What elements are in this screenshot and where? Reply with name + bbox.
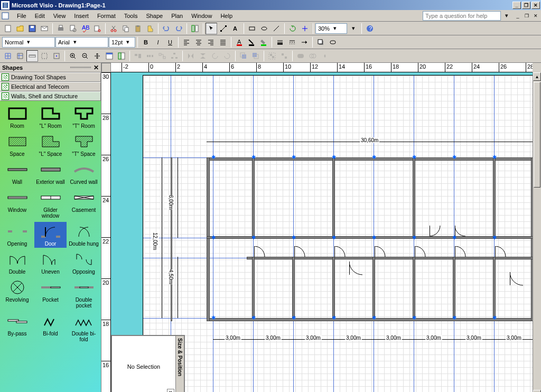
save-button[interactable]: [26, 23, 38, 34]
ellipse-tool-button[interactable]: [258, 23, 270, 34]
menu-shape[interactable]: Shape: [142, 12, 167, 20]
spelling-button[interactable]: ABC: [79, 23, 91, 34]
text-tool-button[interactable]: A: [230, 23, 241, 34]
rotate-left-button[interactable]: [209, 50, 221, 62]
line-ends-button[interactable]: [299, 36, 310, 48]
size-position-close[interactable]: ✕: [167, 389, 174, 392]
stencil-drawing-tools[interactable]: Drawing Tool Shapes: [0, 72, 101, 82]
page-breaks-button[interactable]: [39, 50, 50, 62]
line-weight-button[interactable]: [274, 36, 286, 48]
shape-dblpocket[interactable]: Double pocket: [68, 278, 100, 310]
shape-revolving[interactable]: Revolving: [1, 278, 33, 310]
scroll-v-thumb[interactable]: [534, 82, 540, 188]
group-button[interactable]: [266, 50, 278, 62]
bold-button[interactable]: B: [140, 36, 152, 48]
menu-window[interactable]: Window: [187, 12, 216, 20]
shape-space[interactable]: Space: [1, 132, 33, 158]
shape-tspace[interactable]: "T" Space: [68, 132, 100, 158]
drawing-page[interactable]: 30,60m6,00m12,00m4,50m3,00m3,00m3,00m3,0…: [143, 75, 533, 392]
align-left-button[interactable]: [181, 36, 192, 48]
print-button[interactable]: [55, 23, 67, 34]
shape-wall[interactable]: Wall: [1, 160, 33, 186]
italic-button[interactable]: I: [152, 36, 164, 48]
rectangle-tool-button[interactable]: [246, 23, 258, 34]
connection-points-view[interactable]: [51, 50, 62, 62]
size-position-window[interactable]: No Selection ✕ Size & Position: [111, 335, 185, 392]
shape-window[interactable]: Window: [1, 188, 33, 220]
zoom-in-button[interactable]: [67, 50, 79, 62]
shape-lspace[interactable]: "L" Space: [34, 132, 67, 158]
menu-edit[interactable]: Edit: [31, 12, 49, 20]
close-button[interactable]: ✕: [531, 2, 540, 9]
union-button[interactable]: [295, 50, 306, 62]
flip-h-button[interactable]: [185, 50, 197, 62]
zoom-combo[interactable]: 30%▾: [315, 23, 347, 34]
fragment-button[interactable]: [307, 50, 319, 62]
doc-close[interactable]: ✕: [531, 12, 540, 20]
minimize-button[interactable]: _: [512, 2, 521, 9]
zoom-dropdown[interactable]: ▾: [348, 23, 359, 34]
stencil-walls[interactable]: Walls, Shell and Structure: [0, 91, 101, 101]
shape-opposing[interactable]: Opposing: [68, 250, 100, 276]
scroll-up-button[interactable]: ▲: [533, 72, 541, 81]
help-search-input[interactable]: [423, 11, 501, 21]
shape-lroom[interactable]: "L" Room: [34, 104, 67, 130]
layout-shapes-button[interactable]: [169, 50, 180, 62]
distribute-button[interactable]: [144, 50, 156, 62]
email-button[interactable]: [39, 23, 50, 34]
pan-button[interactable]: [91, 50, 103, 62]
vertical-ruler[interactable]: 3028262422201816: [101, 72, 111, 392]
shape-bifold[interactable]: Bi-fold: [34, 312, 67, 343]
menu-insert[interactable]: Insert: [70, 12, 93, 20]
scroll-down-button[interactable]: ▼: [533, 390, 541, 392]
connect-shapes-button[interactable]: [156, 50, 168, 62]
bring-front-button[interactable]: [238, 50, 249, 62]
flip-v-button[interactable]: [197, 50, 209, 62]
paste-button[interactable]: [132, 23, 144, 34]
shape-door[interactable]: Door: [34, 222, 67, 248]
underline-button[interactable]: U: [164, 36, 176, 48]
font-color-button[interactable]: A: [234, 36, 245, 48]
rotate-right-button[interactable]: [221, 50, 233, 62]
doc-restore[interactable]: ❐: [523, 12, 531, 20]
corner-rounding-button[interactable]: [327, 36, 339, 48]
help-dropdown[interactable]: ▾: [503, 12, 510, 20]
undo-button[interactable]: [161, 23, 172, 34]
open-button[interactable]: [14, 23, 26, 34]
format-painter-button[interactable]: [144, 23, 156, 34]
shape-glider[interactable]: Glider window: [34, 188, 67, 220]
align-center-button[interactable]: [193, 36, 204, 48]
shape-casement[interactable]: Casement: [68, 188, 100, 220]
shape-room[interactable]: Room: [1, 104, 33, 130]
line-tool-button[interactable]: [270, 23, 282, 34]
shape-dblhung[interactable]: Double hung: [68, 222, 100, 248]
ungroup-button[interactable]: [278, 50, 290, 62]
help-button[interactable]: ?: [364, 23, 376, 34]
font-size-combo[interactable]: 12pt▾: [109, 37, 135, 48]
vertical-scrollbar[interactable]: ▲ ▼: [533, 72, 541, 392]
align-right-button[interactable]: [205, 36, 217, 48]
menu-view[interactable]: View: [49, 12, 70, 20]
line-pattern-button[interactable]: [286, 36, 298, 48]
shape-pocket[interactable]: Pocket: [34, 278, 67, 310]
menu-tools[interactable]: Tools: [120, 12, 142, 20]
ruler-corner[interactable]: [101, 63, 111, 72]
menu-file[interactable]: File: [13, 12, 31, 20]
shape-bypass[interactable]: By-pass: [1, 312, 33, 343]
pointer-tool-button[interactable]: [206, 23, 217, 34]
stencil-electrical[interactable]: Electrical and Telecom: [0, 82, 101, 91]
shape-dblbifold[interactable]: Double bi-fold: [68, 312, 100, 343]
restore-button[interactable]: ❐: [522, 2, 530, 9]
shape-uneven[interactable]: Uneven: [34, 250, 67, 276]
shapes-panel-close[interactable]: ✕: [94, 64, 99, 71]
shape-extwall[interactable]: Exterior wall: [34, 160, 67, 186]
shape-curvwall[interactable]: Curved wall: [68, 160, 100, 186]
doc-minimize[interactable]: _: [514, 12, 522, 20]
cut-button[interactable]: [108, 23, 119, 34]
print-preview-button[interactable]: [67, 23, 79, 34]
zoom-out-button[interactable]: [79, 50, 91, 62]
style-combo[interactable]: Normal▾: [2, 37, 55, 48]
justify-button[interactable]: [217, 36, 229, 48]
shape-double[interactable]: Double: [1, 250, 33, 276]
connector-tool-button[interactable]: [218, 23, 229, 34]
